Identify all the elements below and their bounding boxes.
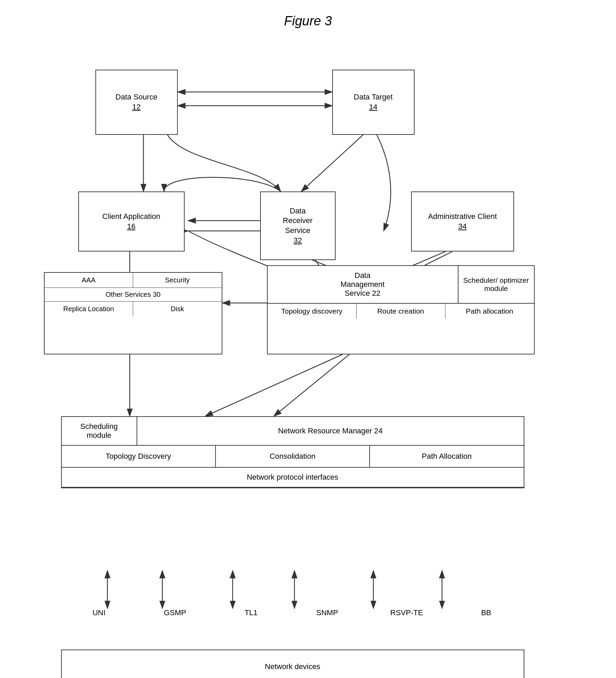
topology-discovery-cell: Topology discovery [268, 304, 357, 319]
nrm-title: Network Resource Manager 24 [137, 417, 524, 445]
nrm-box: Scheduling module Network Resource Manag… [61, 416, 524, 488]
data-source-box: Data Source 12 [95, 70, 178, 135]
aaa-cell: AAA [45, 273, 133, 288]
other-services-box: AAA Security Other Services 30 Replica L… [44, 272, 222, 354]
protocol-interfaces-label: Network protocol interfaces [62, 468, 524, 488]
data-mgmt-box: Data Management Service 22 Scheduler/ op… [267, 265, 535, 354]
client-app-number: 16 [127, 222, 135, 232]
protocol-gsmp: GSMP [154, 608, 196, 617]
admin-client-box: Administrative Client 34 [411, 191, 514, 252]
page-title: Figure 3 [0, 0, 616, 39]
svg-line-12 [274, 354, 349, 416]
protocol-tl1: TL1 [231, 608, 272, 617]
data-receiver-label2: Receiver [283, 216, 313, 226]
protocol-bb: BB [466, 608, 507, 617]
security-cell: Security [133, 273, 222, 288]
data-source-number: 12 [132, 102, 140, 112]
scheduler-label: Scheduler/ optimizer module [462, 276, 531, 293]
admin-client-number: 34 [458, 222, 466, 232]
data-mgmt-title1: Data [355, 271, 370, 280]
data-receiver-box: Data Receiver Service 32 [260, 191, 336, 260]
network-devices-box: Network devices [61, 650, 524, 678]
data-receiver-label3: Service [285, 226, 310, 236]
nrm-consolidation-cell: Consolidation [216, 446, 370, 467]
data-target-box: Data Target 14 [332, 70, 415, 135]
client-app-box: Client Application 16 [78, 191, 185, 252]
data-receiver-number: 32 [293, 236, 302, 246]
client-app-label: Client Application [102, 212, 160, 222]
protocol-uni: UNI [78, 608, 119, 617]
other-services-label: Other Services 30 [45, 288, 222, 301]
replica-cell: Replica Location [45, 302, 133, 316]
protocol-snmp: SNMP [306, 608, 348, 617]
protocol-rsvpte: RSVP-TE [383, 608, 431, 617]
svg-line-5 [301, 135, 363, 191]
data-mgmt-title3: Service 22 [345, 289, 381, 298]
data-receiver-label1: Data [290, 206, 305, 216]
disk-cell: Disk [133, 302, 222, 316]
data-source-label: Data Source [115, 92, 157, 102]
path-allocation-cell: Path allocation [445, 304, 534, 319]
scheduling-module-label: Scheduling module [62, 417, 137, 445]
nrm-path-alloc-cell: Path Allocation [370, 446, 523, 467]
data-mgmt-title2: Management [340, 280, 384, 289]
route-creation-cell: Route creation [357, 304, 445, 319]
network-devices-label: Network devices [265, 662, 320, 672]
nrm-topology-cell: Topology Discovery [62, 446, 216, 467]
data-target-label: Data Target [354, 92, 393, 102]
svg-line-13 [205, 354, 342, 416]
admin-client-label: Administrative Client [428, 212, 497, 222]
data-target-number: 14 [369, 102, 377, 112]
